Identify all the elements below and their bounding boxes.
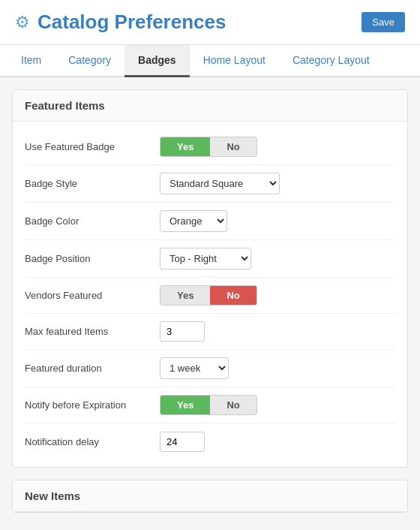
badge-style-label: Badge Style	[25, 178, 160, 189]
tab-category[interactable]: Category	[55, 45, 124, 77]
max-featured-items-label: Max featured Items	[25, 326, 160, 337]
page-title: Catalog Preferences	[38, 11, 226, 34]
tab-bar: Item Category Badges Home Layout Categor…	[0, 45, 420, 77]
notify-before-expiration-row: Notify before Expiration Yes No	[25, 387, 395, 423]
featured-duration-label: Featured duration	[25, 363, 160, 374]
featured-duration-select[interactable]: 1 week 2 weeks 1 month 3 months 6 months…	[160, 357, 229, 379]
use-featured-badge-row: Use Featured Badge Yes No	[25, 129, 395, 165]
use-featured-badge-control: Yes No	[160, 137, 395, 157]
tab-home-layout[interactable]: Home Layout	[190, 45, 279, 77]
max-featured-items-control	[160, 321, 395, 342]
max-featured-items-input[interactable]	[160, 321, 205, 342]
notify-before-expiration-yes-btn[interactable]: Yes	[160, 396, 210, 414]
vendors-featured-control: Yes No	[160, 285, 395, 306]
vendors-featured-label: Vendors Featured	[25, 290, 160, 301]
use-featured-badge-label: Use Featured Badge	[25, 141, 160, 152]
notification-delay-row: Notification delay	[25, 423, 395, 459]
save-button[interactable]: Save	[362, 12, 405, 32]
featured-items-section: Featured Items Use Featured Badge Yes No…	[12, 89, 408, 468]
tab-category-layout[interactable]: Category Layout	[279, 45, 383, 77]
main-content: Featured Items Use Featured Badge Yes No…	[0, 77, 420, 530]
use-featured-badge-no-btn[interactable]: No	[210, 137, 256, 156]
badge-style-control: Standard Square Rounded Circle Ribbon	[160, 173, 395, 194]
badge-position-select[interactable]: Top - Right Top - Left Bottom - Right Bo…	[160, 248, 251, 270]
vendors-featured-no-btn[interactable]: No	[210, 286, 256, 305]
vendors-featured-row: Vendors Featured Yes No	[25, 278, 395, 314]
badge-color-row: Badge Color Orange Red Green Blue Yellow	[25, 203, 395, 240]
featured-duration-row: Featured duration 1 week 2 weeks 1 month…	[25, 350, 395, 387]
new-items-title: New Items	[13, 480, 407, 512]
badge-position-control: Top - Right Top - Left Bottom - Right Bo…	[160, 248, 395, 270]
tab-item[interactable]: Item	[8, 45, 55, 77]
notify-before-expiration-no-btn[interactable]: No	[210, 396, 256, 414]
badge-color-control: Orange Red Green Blue Yellow	[160, 210, 395, 232]
featured-items-body: Use Featured Badge Yes No Badge Style St…	[13, 122, 407, 467]
notify-before-expiration-toggle: Yes No	[160, 395, 257, 415]
new-items-section: New Items	[12, 480, 408, 513]
badge-color-select[interactable]: Orange Red Green Blue Yellow	[160, 210, 227, 232]
notification-delay-control	[160, 432, 395, 452]
notify-before-expiration-label: Notify before Expiration	[25, 399, 160, 411]
use-featured-badge-yes-btn[interactable]: Yes	[160, 137, 210, 156]
featured-duration-control: 1 week 2 weeks 1 month 3 months 6 months…	[160, 357, 395, 379]
gear-icon: ⚙	[15, 13, 30, 32]
featured-items-title: Featured Items	[13, 90, 407, 122]
badge-position-label: Badge Position	[25, 253, 160, 264]
use-featured-badge-toggle: Yes No	[160, 137, 257, 157]
tab-badges[interactable]: Badges	[124, 45, 190, 77]
page-header: ⚙ Catalog Preferences Save	[0, 0, 420, 45]
badge-position-row: Badge Position Top - Right Top - Left Bo…	[25, 240, 395, 278]
vendors-featured-toggle: Yes No	[160, 285, 257, 306]
badge-style-row: Badge Style Standard Square Rounded Circ…	[25, 165, 395, 203]
notification-delay-input[interactable]	[160, 432, 205, 452]
vendors-featured-yes-btn[interactable]: Yes	[160, 286, 210, 305]
badge-style-select[interactable]: Standard Square Rounded Circle Ribbon	[160, 173, 280, 194]
notify-before-expiration-control: Yes No	[160, 395, 395, 415]
max-featured-items-row: Max featured Items	[25, 314, 395, 350]
notification-delay-label: Notification delay	[25, 436, 160, 447]
badge-color-label: Badge Color	[25, 215, 160, 227]
